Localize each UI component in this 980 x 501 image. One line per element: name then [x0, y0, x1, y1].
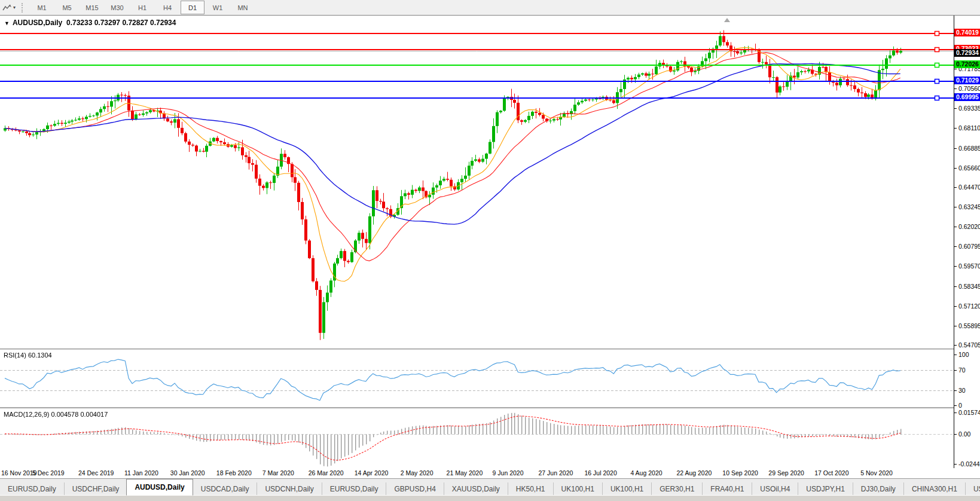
price-tick-label: 0.54705 [954, 341, 980, 349]
trading-terminal-window: ▾ M1M5M15M30H1H4D1W1MN ▼AUDUSD,Daily 0.7… [0, 0, 980, 501]
macd-tick-label: -0.024412 [954, 460, 980, 468]
collapse-triangle-icon[interactable]: ▼ [4, 20, 10, 26]
chart-tab-bar: EURUSD,DailyUSDCHF,DailyAUDUSD,DailyUSDC… [0, 478, 980, 496]
price-tick-label: 0.55895 [954, 322, 980, 329]
macd-tick-label: 0.00 [954, 430, 970, 438]
macd-panel: MACD(12,26,9) 0.004578 0.004017 [0, 409, 954, 469]
rsi-tick-label: 70 [954, 366, 966, 374]
chart-tab-usdchf-daily[interactable]: USDCHF,Daily [64, 482, 127, 496]
date-axis[interactable]: 16 Nov 20195 Dec 201924 Dec 201911 Jan 2… [0, 468, 980, 478]
macd-tick-label: 0.015741 [954, 409, 980, 416]
date-tick-label: 18 Feb 2020 [216, 469, 252, 476]
date-tick-label: 11 Jan 2020 [124, 469, 158, 476]
timeframe-toolbar: ▾ M1M5M15M30H1H4D1W1MN [0, 0, 980, 16]
timeframe-button-d1[interactable]: D1 [181, 1, 204, 14]
candlestick-chart-canvas[interactable] [0, 16, 954, 349]
date-tick-label: 26 Mar 2020 [309, 469, 344, 476]
chart-tab-ger30-h1[interactable]: GER30,H1 [651, 482, 702, 496]
timeframe-buttons: M1M5M15M30H1H4D1W1MN [29, 1, 255, 14]
date-tick-label: 16 Nov 2019 [1, 469, 37, 476]
date-tick-label: 4 Aug 2020 [630, 469, 662, 476]
level-price-chip: 0.69995 [954, 93, 980, 101]
toolbar-grip [22, 3, 25, 13]
timeframe-button-mn[interactable]: MN [231, 1, 255, 14]
chart-tab-usdcad-daily[interactable]: USDCAD,Daily [193, 482, 257, 496]
date-tick-label: 29 Sep 2020 [768, 469, 804, 476]
timeframe-button-h1[interactable]: H1 [130, 1, 154, 14]
date-tick-label: 5 Dec 2019 [32, 469, 65, 476]
price-tick-label: 0.62020 [954, 223, 980, 230]
date-tick-label: 17 Oct 2020 [814, 469, 848, 476]
price-tick-label: 0.69335 [954, 105, 980, 112]
chart-tab-usdjpy-h1[interactable]: USDJPY,H1 [798, 482, 852, 496]
timeframe-button-h4[interactable]: H4 [155, 1, 179, 14]
date-tick-label: 30 Jan 2020 [170, 469, 205, 476]
chart-tab-fra40-h1[interactable]: FRA40,H1 [702, 482, 752, 496]
chart-tab-usdcnh-daily[interactable]: USDCNH,Daily [257, 482, 321, 496]
timeframe-button-m1[interactable]: M1 [30, 1, 54, 14]
date-tick-label: 9 Jun 2020 [493, 469, 524, 476]
chart-tab-eurusd-daily[interactable]: EURUSD,Daily [0, 482, 64, 496]
ohlc-values: 0.73233 0.73297 0.72827 0.72934 [66, 19, 176, 27]
timeframe-button-m15[interactable]: M15 [80, 1, 104, 14]
chart-tab-hk50-h1[interactable]: HK50,H1 [508, 482, 553, 496]
date-tick-label: 10 Sep 2020 [722, 469, 758, 476]
timeframe-button-m5[interactable]: M5 [55, 1, 79, 14]
chart-tab-usoil-h4[interactable]: USOil,H4 [752, 482, 798, 496]
current-price-chip: 0.72934 [954, 49, 980, 57]
symbol-period-label: AUDUSD,Daily [13, 19, 62, 27]
price-tick-label: 0.58345 [954, 283, 980, 290]
chart-tab-audusd-daily[interactable]: AUDUSD,Daily [126, 479, 193, 496]
rsi-panel: RSI(14) 60.1304 [0, 350, 954, 407]
price-tick-label: 0.60795 [954, 243, 980, 250]
price-tick-label: 0.64470 [954, 184, 980, 191]
chart-title: ▼AUDUSD,Daily 0.73233 0.73297 0.72827 0.… [4, 19, 176, 27]
chart-tab-uk100-h1[interactable]: UK100,H1 [602, 482, 651, 496]
date-tick-label: 21 May 2020 [447, 469, 483, 476]
date-tick-label: 22 Aug 2020 [676, 469, 712, 476]
date-tick-label: 24 Dec 2019 [78, 469, 114, 476]
chart-tab-gbpusd-h4[interactable]: GBPUSD,H4 [386, 482, 443, 496]
price-tick-label: 0.59570 [954, 262, 980, 270]
price-tick-label: 0.65660 [954, 164, 980, 172]
date-tick-label: 5 Nov 2020 [860, 469, 893, 476]
price-tick-label: 0.66885 [954, 145, 980, 152]
date-tick-label: 7 Mar 2020 [262, 469, 294, 476]
price-axis[interactable]: 0.717850.705600.693350.681100.668850.656… [954, 16, 980, 468]
chart-tab-china300-h1[interactable]: CHINA300,H1 [903, 482, 965, 496]
chart-tool-button[interactable]: ▾ [0, 0, 18, 15]
price-tick-label: 0.57120 [954, 303, 980, 310]
level-price-chip: 0.74019 [954, 29, 980, 36]
chart-tab-xauusd-daily[interactable]: XAUUSD,Daily [444, 482, 508, 496]
level-price-chip: 0.71029 [954, 77, 980, 84]
level-price-chip: 0.72026 [954, 60, 980, 68]
status-bar-edge [0, 495, 980, 501]
date-tick-label: 2 May 2020 [401, 469, 433, 476]
chart-tab-uk100-h1[interactable]: UK100,H1 [553, 482, 602, 496]
rsi-tick-label: 0 [954, 402, 962, 409]
chart-tab-eurusd-daily[interactable]: EURUSD,Daily [322, 482, 386, 496]
rsi-tick-label: 100 [954, 351, 969, 358]
rsi-chart-canvas[interactable] [0, 350, 954, 407]
macd-label: MACD(12,26,9) 0.004578 0.004017 [4, 411, 108, 418]
date-tick-label: 27 Jun 2020 [539, 469, 573, 476]
timeframe-button-m30[interactable]: M30 [105, 1, 129, 14]
chart-tab-dj30-daily[interactable]: DJ30,Daily [853, 482, 903, 496]
rsi-label: RSI(14) 60.1304 [4, 352, 52, 359]
price-tick-label: 0.68110 [954, 124, 980, 132]
main-chart-panel: ▼AUDUSD,Daily 0.73233 0.73297 0.72827 0.… [0, 15, 980, 349]
rsi-tick-label: 30 [954, 387, 966, 394]
macd-chart-canvas[interactable] [0, 409, 954, 468]
date-tick-label: 14 Apr 2020 [355, 469, 389, 476]
timeframe-button-w1[interactable]: W1 [206, 1, 230, 14]
price-tick-label: 0.70560 [954, 85, 980, 92]
date-tick-label: 16 Jul 2020 [584, 469, 616, 476]
chevron-down-icon[interactable]: ▾ [13, 5, 16, 10]
chart-tab-usoil-h1[interactable]: USOil,H1 [965, 482, 980, 496]
chart-line-icon [2, 4, 12, 12]
price-tick-label: 0.63245 [954, 203, 980, 210]
